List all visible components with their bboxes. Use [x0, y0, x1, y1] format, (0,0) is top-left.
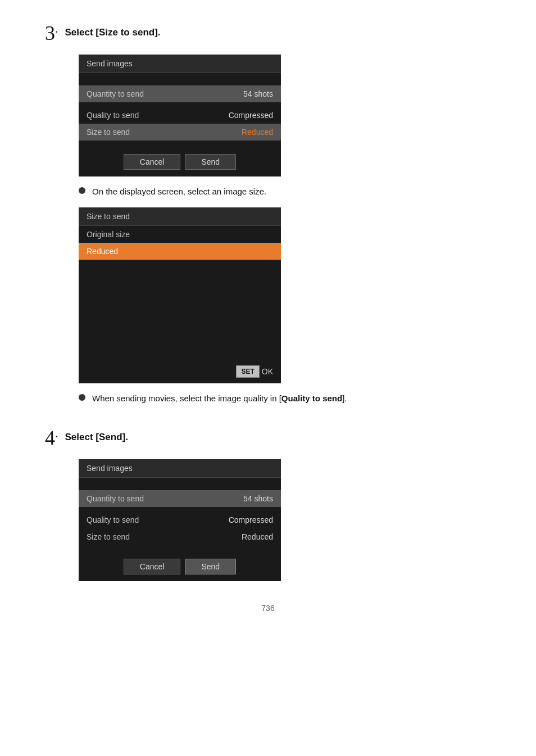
screen1-row-quality: Quality to send Compressed — [79, 107, 281, 124]
screen1-header: Send images — [79, 55, 281, 73]
step4-title: Select [Send]. — [65, 427, 128, 443]
bullet1-text: On the displayed screen, select an image… — [92, 185, 491, 198]
screen4-send-btn[interactable]: Send — [185, 559, 236, 574]
screen1-body: Quantity to send 54 shots Quality to sen… — [79, 73, 281, 148]
screen1-send-btn[interactable]: Send — [185, 154, 236, 170]
bullet2-bold: Quality to send — [281, 393, 342, 403]
screen4-row-size: Size to send Reduced — [79, 528, 281, 545]
set-btn[interactable]: SET — [236, 365, 259, 378]
step3-screen1: Send images Quantity to send 54 shots Qu… — [79, 55, 281, 176]
screen4-header: Send images — [79, 459, 281, 478]
screen4-body: Quantity to send 54 shots Quality to sen… — [79, 478, 281, 553]
step4-section: 4. Select [Send]. Send images Quantity t… — [45, 427, 491, 581]
bullet2-prefix: When sending movies, select the image qu… — [92, 393, 281, 403]
screen2-row-empty1 — [79, 264, 281, 281]
step4-header: 4. Select [Send]. — [45, 427, 491, 448]
screen2-header: Size to send — [79, 207, 281, 226]
screen1-row-quantity: Quantity to send 54 shots — [79, 85, 281, 102]
bullet2-text: When sending movies, select the image qu… — [92, 392, 491, 405]
screen2-row-empty2 — [79, 281, 281, 298]
bullet2-suffix: ]. — [342, 393, 347, 403]
step3-header: 3. Select [Size to send]. — [45, 22, 491, 43]
screen1-buttons: Cancel Send — [79, 148, 281, 176]
step4-screen: Send images Quantity to send 54 shots Qu… — [79, 459, 281, 581]
screen2-rows: Original size Reduced — [79, 226, 281, 332]
bullet2: When sending movies, select the image qu… — [79, 392, 491, 405]
screen2-row-empty4 — [79, 315, 281, 332]
step3-screen2: Size to send Original size Reduced SET O… — [79, 207, 281, 383]
screen2-row-original: Original size — [79, 226, 281, 243]
step3-title: Select [Size to send]. — [65, 22, 161, 38]
screen1-cancel-btn[interactable]: Cancel — [124, 154, 181, 170]
screen2-row-empty3 — [79, 298, 281, 315]
step3-number: 3. — [45, 22, 58, 43]
screen2-row-reduced: Reduced — [79, 243, 281, 260]
screen4-row-quality: Quality to send Compressed — [79, 511, 281, 528]
bullet2-dot — [79, 394, 85, 401]
screen1-row-size: Size to send Reduced — [79, 124, 281, 141]
page-number: 736 — [45, 604, 491, 613]
step4-number: 4. — [45, 427, 58, 448]
screen4-buttons: Cancel Send — [79, 553, 281, 581]
bullet1-dot — [79, 187, 85, 194]
ok-text: OK — [262, 367, 273, 376]
screen4-row-quantity: Quantity to send 54 shots — [79, 490, 281, 507]
bullet1: On the displayed screen, select an image… — [79, 185, 491, 198]
screen4-cancel-btn[interactable]: Cancel — [124, 559, 181, 574]
screen2-footer: SET OK — [79, 332, 281, 383]
